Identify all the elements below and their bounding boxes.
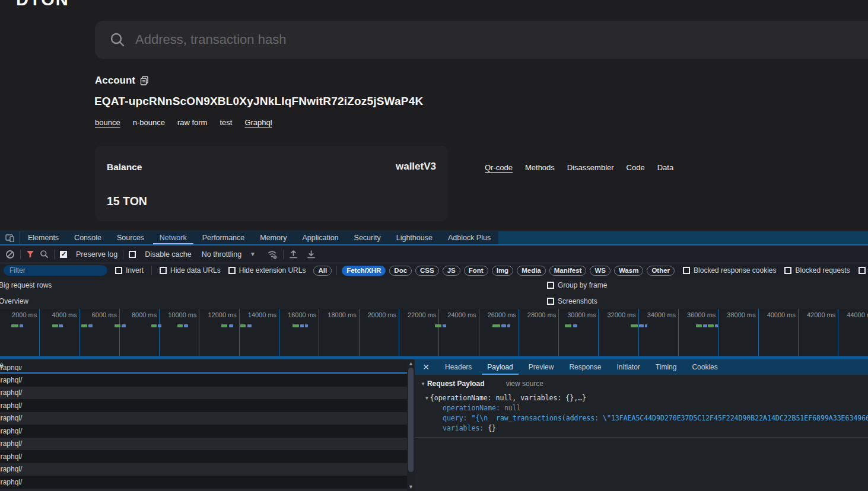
- request-row[interactable]: graphql/: [0, 412, 407, 425]
- account-link[interactable]: Graphql: [244, 118, 272, 127]
- devtools-tab[interactable]: Application: [294, 231, 346, 244]
- account-link[interactable]: test: [220, 118, 232, 127]
- request-mark: [247, 324, 252, 327]
- request-row[interactable]: graphql/: [0, 387, 407, 400]
- devtools-tab[interactable]: Memory: [252, 231, 294, 244]
- filter-pill[interactable]: Fetch/XHR: [342, 266, 386, 276]
- scroll-down-icon[interactable]: ▼: [407, 484, 415, 490]
- view-source-link[interactable]: view source: [506, 380, 543, 388]
- site-logo[interactable]: DTON: [16, 0, 69, 9]
- request-list-header[interactable]: Name graphql/: [0, 359, 407, 374]
- account-link[interactable]: bounce: [95, 118, 120, 127]
- request-mark: [645, 324, 647, 327]
- timeline-cell: 26000 ms: [479, 309, 519, 356]
- preserve-log-checkbox[interactable]: [60, 251, 67, 258]
- blocked-requests-checkbox[interactable]: [784, 267, 791, 274]
- screenshots-checkbox[interactable]: [547, 298, 554, 305]
- details-tab[interactable]: Preview: [521, 359, 562, 375]
- filter-input[interactable]: [4, 265, 107, 276]
- hide-data-urls-label: Hide data URLs: [170, 266, 221, 275]
- contract-link[interactable]: Methods: [525, 163, 555, 172]
- scrollbar-thumb[interactable]: [408, 368, 414, 472]
- device-toolbar-icon[interactable]: [0, 231, 20, 244]
- request-row[interactable]: graphql/: [0, 489, 407, 491]
- filter-pill[interactable]: Font: [464, 266, 488, 276]
- options-row-2: Overview Screenshots: [0, 293, 868, 309]
- divider: [151, 266, 152, 275]
- request-row[interactable]: graphql/: [0, 438, 407, 451]
- filter-pill[interactable]: WS: [590, 266, 611, 276]
- scroll-up-icon[interactable]: ▲: [407, 361, 415, 366]
- request-mark: [115, 324, 120, 327]
- options-row-1: Big request rows Group by frame: [0, 278, 868, 293]
- details-tab[interactable]: Cookies: [684, 359, 725, 375]
- import-har-icon[interactable]: [289, 250, 298, 259]
- devtools-tab[interactable]: Security: [346, 231, 389, 244]
- account-link[interactable]: n-bounce: [133, 118, 165, 127]
- disable-cache-checkbox[interactable]: [129, 251, 136, 258]
- contract-link[interactable]: Code: [627, 163, 645, 172]
- timeline-cell: 40000 ms: [759, 309, 799, 356]
- filter-pill[interactable]: Media: [517, 266, 546, 276]
- request-row[interactable]: graphql/: [0, 425, 407, 438]
- devtools-tab[interactable]: Network: [152, 231, 195, 244]
- request-row[interactable]: graphql/: [0, 374, 407, 387]
- triangle-down-icon[interactable]: ▼: [425, 393, 428, 403]
- clear-network-log-icon[interactable]: [5, 250, 15, 259]
- devtools-tab[interactable]: Elements: [20, 231, 66, 244]
- devtools-tab[interactable]: Sources: [109, 231, 152, 244]
- payload-view: ▼ Request Payload view source ▼ {operati…: [415, 375, 868, 433]
- invert-checkbox[interactable]: [115, 267, 122, 274]
- filter-pill[interactable]: Img: [492, 266, 513, 276]
- filter-pill[interactable]: JS: [443, 266, 460, 276]
- triangle-down-icon[interactable]: ▼: [421, 381, 425, 387]
- balance-amount: 15 TON: [107, 195, 147, 208]
- request-row[interactable]: graphql/: [0, 399, 407, 412]
- copy-icon[interactable]: [140, 76, 149, 85]
- request-row[interactable]: graphql/: [0, 463, 407, 476]
- devtools-tab[interactable]: Adblock Plus: [440, 231, 498, 244]
- group-by-frame-checkbox[interactable]: [547, 282, 554, 289]
- filter-pill-all[interactable]: All: [313, 266, 332, 276]
- throttling-select[interactable]: No throttling ▼: [202, 250, 256, 259]
- hide-data-urls-checkbox[interactable]: [160, 267, 167, 274]
- third-party-checkbox[interactable]: [859, 267, 866, 274]
- filter-pill[interactable]: Doc: [389, 266, 412, 276]
- request-row-partial[interactable]: graphql/: [0, 366, 407, 371]
- devtools-tabs: ElementsConsoleSourcesNetworkPerformance…: [20, 231, 498, 244]
- filter-icon[interactable]: [26, 250, 34, 258]
- timeline-cell: 44000 ms: [838, 309, 868, 356]
- blocked-cookies-checkbox[interactable]: [683, 267, 690, 274]
- account-link[interactable]: raw form: [177, 118, 208, 127]
- details-tab[interactable]: Timing: [648, 359, 685, 375]
- details-tab[interactable]: Headers: [437, 359, 479, 375]
- details-tab[interactable]: Response: [561, 359, 609, 375]
- search-input[interactable]: [135, 32, 868, 47]
- request-list-scrollbar[interactable]: ▲ ▼: [407, 359, 415, 491]
- network-conditions-icon[interactable]: [267, 250, 278, 259]
- timeline-tick-label: 30000 ms: [567, 311, 596, 318]
- details-tab[interactable]: Payload: [479, 359, 520, 375]
- request-row[interactable]: graphql/: [0, 450, 407, 463]
- devtools-tab[interactable]: Performance: [195, 231, 253, 244]
- export-har-icon[interactable]: [307, 250, 316, 259]
- contract-link[interactable]: Qr-code: [485, 163, 513, 172]
- contract-link[interactable]: Disassembler: [567, 163, 614, 172]
- details-tab[interactable]: Initiator: [609, 359, 647, 375]
- request-mark: [81, 324, 87, 327]
- network-overview[interactable]: 2000 ms4000 ms6000 ms8000 ms10000 ms1200…: [0, 309, 868, 359]
- close-icon[interactable]: ✕: [415, 359, 437, 375]
- devtools-tab[interactable]: Console: [66, 231, 109, 244]
- request-row[interactable]: graphql/: [0, 476, 407, 489]
- filter-pill[interactable]: Wasm: [614, 266, 643, 276]
- disable-cache-label: Disable cache: [145, 250, 192, 259]
- timeline-tick-label: 20000 ms: [368, 311, 396, 318]
- network-search-icon[interactable]: [40, 250, 49, 259]
- filter-pill[interactable]: CSS: [415, 266, 439, 276]
- filter-pill[interactable]: Manifest: [549, 266, 587, 276]
- filter-pill[interactable]: Other: [647, 266, 675, 276]
- contract-link[interactable]: Data: [657, 163, 673, 172]
- devtools-tab[interactable]: Lighthouse: [389, 231, 440, 244]
- hide-extension-urls-checkbox[interactable]: [228, 267, 236, 274]
- request-mark: [20, 324, 23, 327]
